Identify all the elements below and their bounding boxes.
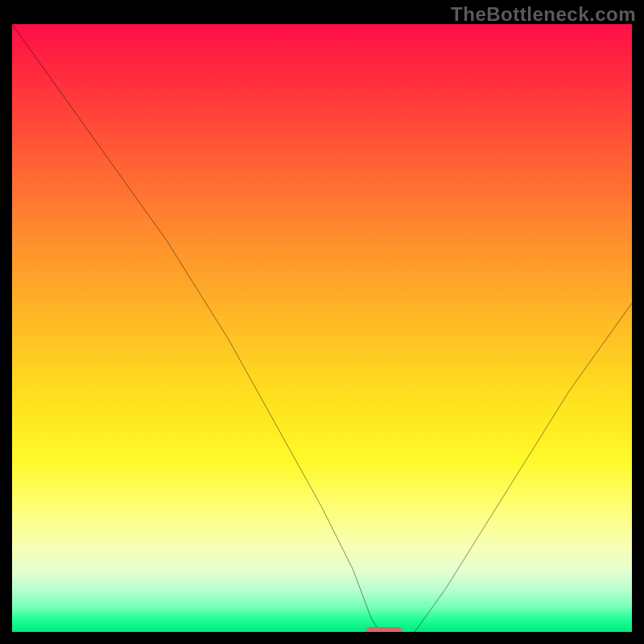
chart-frame: TheBottleneck.com <box>0 0 644 644</box>
plot-area <box>12 24 632 632</box>
curve-path <box>12 24 632 632</box>
watermark-text: TheBottleneck.com <box>451 3 636 26</box>
optimal-marker <box>365 627 402 632</box>
bottleneck-curve <box>12 24 632 632</box>
